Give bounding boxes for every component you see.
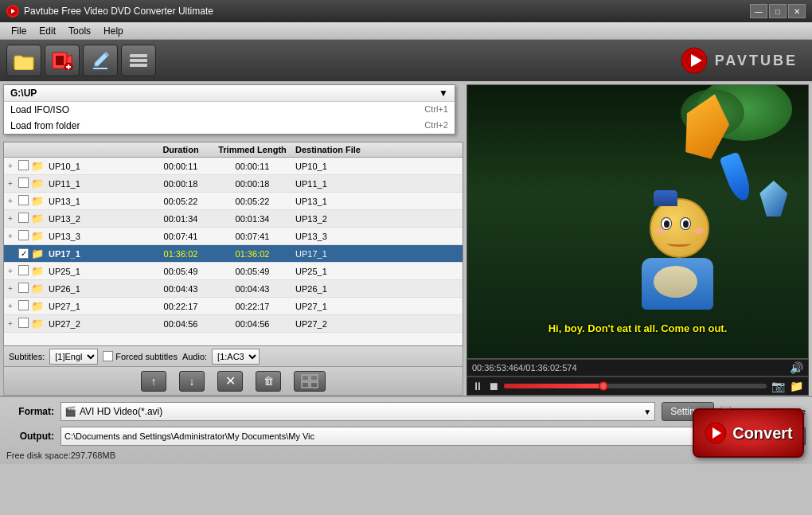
progress-bar[interactable] xyxy=(504,384,767,388)
checkbox-indicator[interactable] xyxy=(18,178,29,188)
svg-rect-13 xyxy=(302,375,309,380)
row-expand[interactable]: + xyxy=(4,301,17,311)
row-expand[interactable]: + xyxy=(4,266,17,276)
svg-rect-16 xyxy=(310,382,318,388)
checkbox-indicator[interactable]: ✓ xyxy=(18,248,29,259)
char-body xyxy=(642,258,713,310)
row-duration: 00:01:34 xyxy=(149,213,213,224)
row-expand[interactable]: + xyxy=(4,318,17,329)
checkbox-indicator[interactable] xyxy=(18,230,29,240)
table-row[interactable]: +📁UP11_100:00:1800:00:18UP11_1 xyxy=(4,175,463,193)
row-folder-icon: 📁 xyxy=(29,299,45,313)
pause-button[interactable]: ⏸ xyxy=(472,380,483,392)
remove-button[interactable]: ✕ xyxy=(217,371,243,392)
subtitles-select[interactable]: [1]Engl xyxy=(49,349,98,365)
audio-label: Audio: xyxy=(182,352,207,361)
checkbox-indicator[interactable] xyxy=(18,265,29,275)
move-down-button[interactable]: ↓ xyxy=(179,371,205,392)
row-checkbox[interactable] xyxy=(17,264,29,278)
move-up-icon: ↑ xyxy=(151,375,157,388)
table-row[interactable]: +📁UP27_200:04:5600:04:56UP27_2 xyxy=(4,315,463,333)
close-button[interactable]: ✕ xyxy=(788,4,806,18)
row-expand[interactable]: + xyxy=(4,196,17,206)
scene-character xyxy=(630,190,733,318)
speaker-icon[interactable]: 🔊 xyxy=(790,361,803,374)
audio-select[interactable]: [1:AC3 xyxy=(212,349,260,365)
table-row[interactable]: +📁UP10_100:00:1100:00:11UP10_1 xyxy=(4,158,463,175)
checkbox-indicator[interactable] xyxy=(18,283,29,293)
move-up-button[interactable]: ↑ xyxy=(141,371,166,392)
row-checkbox[interactable] xyxy=(17,317,29,330)
row-checkbox[interactable] xyxy=(17,282,29,295)
row-checkbox[interactable] xyxy=(17,194,29,208)
folder-open-icon[interactable]: 📁 xyxy=(790,380,803,392)
col-check xyxy=(17,144,29,155)
row-checkbox[interactable] xyxy=(17,159,29,173)
menu-edit[interactable]: Edit xyxy=(33,24,62,38)
screenshot-icon[interactable]: 📷 xyxy=(771,380,785,392)
row-expand[interactable]: + xyxy=(4,231,17,241)
checkbox-indicator[interactable] xyxy=(18,318,29,328)
forced-subtitles-check[interactable]: Forced subtitles xyxy=(103,351,178,361)
window-controls: — □ ✕ xyxy=(750,4,806,18)
format-row: Format: 🎬 AVI HD Video(*.avi) ▼ Settings… xyxy=(6,400,806,423)
minimize-button[interactable]: — xyxy=(750,4,767,18)
dropdown-header[interactable]: G:\UP ▼ xyxy=(4,85,455,102)
stop-button[interactable]: ⏹ xyxy=(488,380,499,392)
col-expand xyxy=(4,144,17,155)
load-ifo-iso-option[interactable]: Load IFO/ISO Ctrl+1 xyxy=(4,102,455,118)
table-row[interactable]: +📁UP13_200:01:3400:01:34UP13_2 xyxy=(4,210,463,228)
col-dest-header: Destination File xyxy=(292,144,463,155)
source-dropdown[interactable]: G:\UP ▼ Load IFO/ISO Ctrl+1 Load from fo… xyxy=(3,84,455,135)
row-checkbox[interactable]: ✓ xyxy=(17,248,29,259)
row-expand[interactable]: + xyxy=(4,248,17,259)
checkbox-indicator[interactable] xyxy=(18,160,29,170)
checkbox-indicator[interactable] xyxy=(18,300,29,310)
row-checkbox[interactable] xyxy=(17,229,29,243)
row-checkbox[interactable] xyxy=(17,177,29,190)
maximize-button[interactable]: □ xyxy=(769,4,787,18)
row-duration: 00:04:56 xyxy=(149,318,213,330)
table-row[interactable]: +📁UP13_300:07:4100:07:41UP13_3 xyxy=(4,228,463,245)
col-name-header xyxy=(45,144,149,155)
table-row[interactable]: +📁UP13_100:05:2200:05:22UP13_1 xyxy=(4,193,463,210)
row-expand[interactable]: + xyxy=(4,283,17,294)
checkbox-indicator[interactable] xyxy=(18,213,29,223)
table-row[interactable]: +📁UP26_100:04:4300:04:43UP26_1 xyxy=(4,280,463,298)
edit-button[interactable] xyxy=(83,45,118,76)
bottom-bar: Format: 🎬 AVI HD Video(*.avi) ▼ Settings… xyxy=(0,396,812,464)
checkbox-indicator[interactable] xyxy=(18,195,29,205)
row-name: UP26_1 xyxy=(45,283,149,295)
subtitles-label: Subtitles: xyxy=(9,352,45,361)
dropdown-arrow-icon: ▼ xyxy=(439,88,448,99)
load-folder-shortcut: Ctrl+2 xyxy=(424,120,448,131)
delete-button[interactable]: 🗑 xyxy=(256,371,281,392)
open-folder-button[interactable] xyxy=(6,45,41,76)
merge-button[interactable] xyxy=(294,371,326,392)
row-expand[interactable]: + xyxy=(4,161,17,171)
list-button[interactable] xyxy=(121,45,156,76)
row-duration: 00:00:11 xyxy=(149,161,213,172)
title-bar-left: Pavtube Free Video DVD Converter Ultimat… xyxy=(6,5,213,18)
menu-file[interactable]: File xyxy=(5,24,33,38)
table-row[interactable]: +📁UP27_100:22:1700:22:17UP27_1 xyxy=(4,298,463,315)
add-video-button[interactable] xyxy=(45,45,80,76)
menu-help[interactable]: Help xyxy=(97,24,130,38)
row-trimmed: 00:04:43 xyxy=(213,283,292,295)
video-preview: Hi, boy. Don't eat it all. Come on out. xyxy=(467,84,809,359)
forced-checkbox[interactable] xyxy=(103,351,113,361)
char-eye-right xyxy=(680,217,691,230)
row-destination: UP27_1 xyxy=(292,301,463,312)
format-value: AVI HD Video(*.avi) xyxy=(80,406,643,417)
dropdown-current-path: G:\UP xyxy=(10,88,37,99)
table-row[interactable]: +✓📁UP17_101:36:0201:36:02UP17_1 xyxy=(4,245,463,263)
row-checkbox[interactable] xyxy=(17,299,29,313)
row-checkbox[interactable] xyxy=(17,212,29,225)
row-expand[interactable]: + xyxy=(4,213,17,224)
table-row[interactable]: +📁UP25_100:05:4900:05:49UP25_1 xyxy=(4,263,463,280)
video-time-current: 00:36:53:464/01:36:02:574 xyxy=(472,363,577,373)
menu-tools[interactable]: Tools xyxy=(62,24,97,38)
row-expand[interactable]: + xyxy=(4,178,17,189)
load-from-folder-option[interactable]: Load from folder Ctrl+2 xyxy=(4,118,455,134)
convert-button[interactable]: Convert xyxy=(693,408,804,458)
